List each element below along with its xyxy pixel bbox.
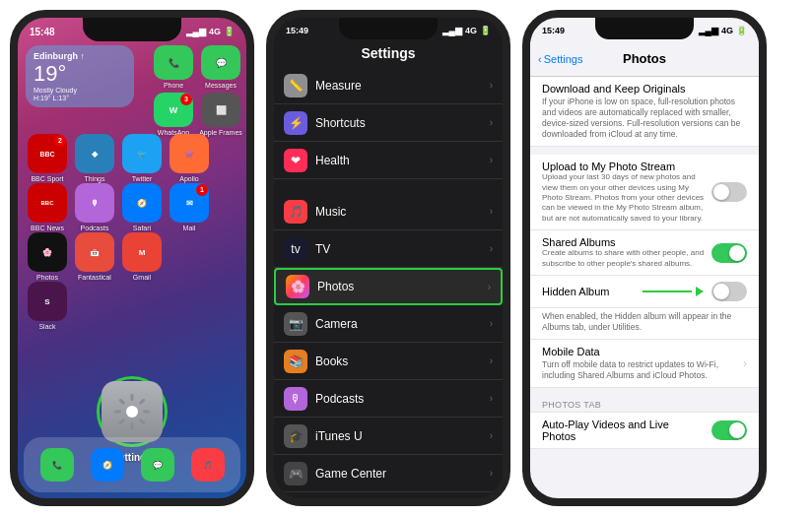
mail-icon: ✉	[186, 199, 193, 208]
photo-stream-toggle[interactable]	[711, 182, 747, 202]
app-apollo[interactable]: 👾 Apollo	[168, 134, 211, 182]
app-slack[interactable]: S Slack	[26, 282, 69, 330]
shared-albums-toggle[interactable]	[711, 243, 747, 263]
settings-item-itunes-u[interactable]: 🎓 iTunes U ›	[274, 418, 503, 455]
settings-item-health[interactable]: ❤ Health ›	[274, 142, 503, 179]
signal-3: ▂▄▆	[699, 26, 718, 35]
twitter-icon: 🐦	[137, 150, 147, 159]
shared-albums-toggle-row: Shared Albums Create albums to share wit…	[530, 230, 759, 276]
itunes-u-icon: 🎓	[284, 424, 307, 448]
settings-item-tv[interactable]: tv TV ›	[274, 230, 503, 268]
bbc-news-icon: BBC	[41, 200, 54, 206]
hidden-album-section: Hidden Album When enabled, the Hidden al…	[530, 276, 759, 340]
weather-temp: 19°	[34, 61, 126, 87]
dock-safari-icon: 🧭	[102, 461, 112, 470]
chevron-game-center: ›	[490, 468, 493, 479]
battery-2: 🔋	[480, 26, 491, 35]
photos-nav-title: Photos	[623, 51, 666, 66]
app-safari[interactable]: 🧭 Safari	[120, 183, 164, 231]
notch	[83, 18, 181, 41]
chevron-music: ›	[490, 206, 493, 217]
status-time: 15:48	[30, 27, 55, 37]
hidden-album-row: Hidden Album	[530, 276, 759, 308]
app-gmail[interactable]: M Gmail	[120, 232, 164, 281]
status-right-3: ▂▄▆ 4G 🔋	[699, 26, 747, 35]
hidden-album-toggle[interactable]	[711, 282, 747, 301]
svg-rect-2	[139, 398, 146, 405]
back-label: Settings	[544, 53, 583, 65]
dock-messages-icon: 💬	[153, 461, 163, 470]
app-fantastical[interactable]: 📅 Fantastical	[73, 232, 116, 281]
hidden-album-desc: When enabled, the Hidden album will appe…	[530, 308, 759, 339]
app-messages[interactable]: 💬 Messages	[199, 45, 242, 89]
dock-music[interactable]: 🎵	[186, 448, 230, 482]
status-right-2: ▂▄▆ 4G 🔋	[442, 26, 491, 35]
chevron-books: ›	[490, 355, 493, 366]
settings-item-podcasts[interactable]: 🎙 Podcasts ›	[274, 380, 503, 418]
app-phone[interactable]: 📞 Phone	[152, 45, 195, 89]
books-icon: 📚	[284, 350, 307, 373]
settings-item-music[interactable]: 🎵 Music ›	[274, 193, 503, 230]
whatsapp-badge: 3	[180, 94, 192, 105]
app-bbc-news[interactable]: BBC BBC News	[26, 183, 69, 231]
chevron-measure: ›	[490, 80, 493, 91]
green-arrow-indicator	[643, 282, 747, 301]
phone-photos-settings: 15:49 ▂▄▆ 4G 🔋 ‹ Settings Photos Downloa…	[522, 10, 767, 506]
phone-home-screen: 15:48 ▂▄▆ 4G 🔋 Edinburgh ↑ 19° Mostly Cl…	[10, 10, 254, 506]
app-row-4: 🌸 Photos 📅 Fantastical M Gmail	[26, 232, 211, 281]
nav-back-button[interactable]: ‹ Settings	[538, 53, 582, 65]
safari-icon: 🧭	[137, 199, 147, 208]
status-time-3: 15:49	[542, 26, 565, 35]
phone-app-icon: 📞	[169, 58, 179, 68]
svg-rect-5	[131, 422, 134, 429]
battery-icon: 🔋	[224, 27, 235, 36]
weather-range: H:19° L:13°	[34, 95, 126, 101]
bbc-sport-icon: BBC	[39, 151, 54, 158]
settings-item-photos[interactable]: 🌸 Photos ›	[274, 268, 503, 305]
settings-item-shortcuts[interactable]: ⚡ Shortcuts ›	[274, 104, 503, 142]
dock-phone[interactable]: 📞	[35, 448, 79, 482]
svg-rect-7	[114, 411, 121, 414]
auto-play-label: Auto-Play Videos and Live Photos	[542, 419, 706, 442]
podcasts-settings-icon: 🎙	[284, 387, 307, 411]
fantastical-icon: 📅	[90, 248, 100, 257]
app-mail[interactable]: ✉ 1 Mail	[168, 183, 211, 231]
mobile-data-row[interactable]: Mobile Data Turn off mobile data to rest…	[530, 340, 759, 388]
weather-desc: Mostly Cloudy	[34, 87, 126, 94]
app-apple-frames[interactable]: ⬜ Apple Frames	[199, 93, 242, 136]
chevron-shortcuts: ›	[490, 117, 493, 128]
dock-safari[interactable]: 🧭	[86, 448, 129, 482]
svg-rect-4	[139, 419, 146, 425]
svg-point-9	[127, 407, 137, 417]
slack-icon: S	[44, 297, 49, 306]
dock-music-icon: 🎵	[203, 461, 213, 470]
settings-item-measure[interactable]: 📏 Measure ›	[274, 67, 503, 104]
apollo-icon: 👾	[184, 150, 194, 159]
dock-messages[interactable]: 💬	[136, 448, 179, 482]
status-time-2: 15:49	[286, 26, 308, 35]
dock: 📞 🧭 💬 🎵	[24, 437, 240, 492]
app-podcasts[interactable]: 🎙 Podcasts	[73, 183, 116, 231]
chevron-camera: ›	[490, 318, 493, 329]
health-icon: ❤	[284, 149, 307, 172]
app-whatsapp[interactable]: W 3 WhatsApp	[152, 93, 195, 136]
app-bbc-sport[interactable]: BBC 2 BBC Sport	[26, 134, 69, 182]
svg-rect-6	[118, 419, 125, 425]
app-things[interactable]: ◆ Things	[73, 134, 116, 182]
app-twitter[interactable]: 🐦 Twitter	[120, 134, 164, 182]
app-photos[interactable]: 🌸 Photos	[26, 232, 69, 281]
app-row-2: BBC 2 BBC Sport ◆ Things 🐦 Twitter 👾	[26, 134, 211, 182]
download-row: Download and Keep Originals If your iPho…	[530, 77, 759, 147]
auto-play-toggle[interactable]	[711, 420, 747, 440]
gmail-icon: M	[139, 248, 146, 257]
phone-settings-screen: 15:49 ▂▄▆ 4G 🔋 Settings 📏 Measure › ⚡ Sh…	[266, 10, 510, 506]
app-row-5: S Slack	[26, 282, 69, 330]
settings-item-books[interactable]: 📚 Books ›	[274, 343, 503, 380]
settings-item-camera[interactable]: 📷 Camera ›	[274, 305, 503, 343]
network-type: 4G	[209, 27, 221, 36]
settings-item-game-center[interactable]: 🎮 Game Center ›	[274, 455, 503, 492]
arrow-head	[696, 287, 704, 296]
app-row-3: BBC BBC News 🎙 Podcasts 🧭 Safari ✉ 1	[26, 183, 211, 231]
settings-app-icon-large[interactable]	[102, 381, 163, 442]
signal-2: ▂▄▆	[442, 26, 462, 35]
